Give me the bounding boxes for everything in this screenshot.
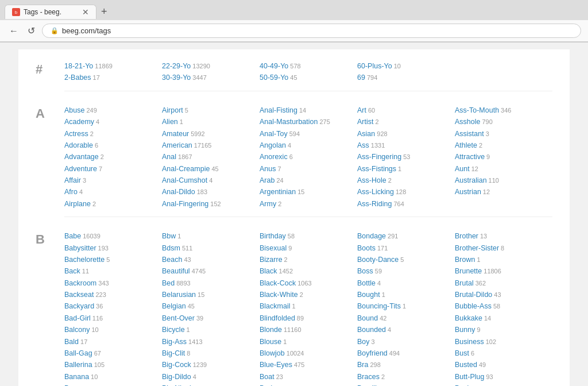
tag-name[interactable]: Army bbox=[260, 199, 276, 210]
tag-name[interactable]: Bald bbox=[64, 337, 79, 348]
tag-name[interactable]: Balcony bbox=[64, 325, 90, 335]
tag-name[interactable]: Anal-Masturbation bbox=[260, 117, 318, 128]
tag-name[interactable]: Big-Nipple bbox=[162, 383, 195, 386]
tag-name[interactable]: Anal-Fisting bbox=[260, 105, 297, 116]
tab-close-button[interactable]: ✕ bbox=[82, 8, 89, 16]
tag-name[interactable]: Adventure bbox=[64, 164, 97, 175]
tag-name[interactable]: Anal-Dildo bbox=[162, 187, 195, 198]
tag-name[interactable]: Blowjob bbox=[260, 348, 285, 359]
tag-name[interactable]: Brunette bbox=[455, 266, 482, 277]
tag-name[interactable]: Anorexic bbox=[260, 152, 288, 163]
tag-name[interactable]: Busted bbox=[455, 360, 477, 370]
url-bar[interactable]: 🔒 beeg.com/tags bbox=[42, 24, 581, 38]
tag-name[interactable]: Ballerina bbox=[64, 360, 92, 370]
tag-name[interactable]: Angolan bbox=[260, 140, 286, 151]
back-button[interactable]: ← bbox=[7, 25, 21, 37]
tag-name[interactable]: Bunny bbox=[455, 325, 475, 335]
tag-name[interactable]: Amateur bbox=[162, 129, 189, 140]
tag-name[interactable]: Blue-Eyes bbox=[260, 360, 292, 370]
tag-name[interactable]: Black-White bbox=[260, 290, 298, 300]
tag-name[interactable]: Bondage bbox=[357, 231, 386, 242]
tag-name[interactable]: Backyard bbox=[64, 301, 94, 312]
tag-name[interactable]: Asshole bbox=[455, 117, 480, 128]
tag-name[interactable]: Advantage bbox=[64, 152, 99, 163]
tag-name[interactable]: Braces bbox=[357, 372, 380, 383]
tag-name[interactable]: Art bbox=[357, 105, 366, 116]
tag-name[interactable]: Athlete bbox=[455, 140, 477, 151]
tag-name[interactable]: Belgian bbox=[162, 301, 186, 312]
tag-name[interactable]: Banana bbox=[64, 372, 89, 383]
tag-name[interactable]: 22-29-Yo bbox=[162, 61, 191, 72]
tag-name[interactable]: Actress bbox=[64, 129, 88, 140]
tag-name[interactable]: Bust bbox=[455, 348, 469, 359]
tag-name[interactable]: Back bbox=[64, 266, 80, 277]
tag-name[interactable]: 50-59-Yo bbox=[260, 72, 288, 83]
tag-name[interactable]: 40-49-Yo bbox=[260, 61, 288, 72]
tag-name[interactable]: Aunt bbox=[455, 164, 470, 175]
tag-name[interactable]: Anal-Cumshot bbox=[162, 175, 207, 186]
tag-name[interactable]: Bouncing-Tits bbox=[357, 301, 401, 312]
tag-name[interactable]: Brutal-Dildo bbox=[455, 290, 492, 300]
new-tab-button[interactable]: + bbox=[96, 3, 112, 20]
tag-name[interactable]: Airplane bbox=[64, 199, 91, 210]
tag-name[interactable]: Big-Clit bbox=[162, 348, 185, 359]
tag-name[interactable]: American bbox=[162, 140, 192, 151]
tag-name[interactable]: Ass bbox=[357, 140, 369, 151]
tag-name[interactable]: Bukkake bbox=[455, 313, 482, 324]
tag-name[interactable]: Backseat bbox=[64, 290, 94, 300]
tag-name[interactable]: Affair bbox=[64, 175, 81, 186]
tag-name[interactable]: Booty-Dance bbox=[357, 254, 399, 265]
tag-name[interactable]: Ass-Licking bbox=[357, 187, 394, 198]
tag-name[interactable]: Blonde bbox=[260, 325, 282, 335]
tag-name[interactable]: Anal-Toy bbox=[260, 129, 288, 140]
tag-name[interactable]: Bra bbox=[357, 360, 368, 370]
tag-name[interactable]: Babe bbox=[64, 231, 81, 242]
tag-name[interactable]: Brown bbox=[455, 254, 475, 265]
tag-name[interactable]: Boat bbox=[260, 372, 274, 383]
tag-name[interactable]: Anal-Fingering bbox=[162, 199, 208, 210]
tag-name[interactable]: Brother bbox=[455, 231, 478, 242]
tag-name[interactable]: Big-Ass bbox=[162, 337, 187, 348]
tag-name[interactable]: Butt-Plug bbox=[455, 372, 484, 383]
tag-name[interactable]: 2-Babes bbox=[64, 72, 91, 83]
tag-name[interactable]: Bad-Girl bbox=[64, 313, 91, 324]
tag-name[interactable]: Academy bbox=[64, 117, 94, 128]
tag-name[interactable]: Ass-Fingering bbox=[357, 152, 401, 163]
tag-name[interactable]: Bed bbox=[162, 278, 175, 289]
tag-name[interactable]: Argentinian bbox=[260, 187, 296, 198]
tag-name[interactable]: Anal bbox=[162, 152, 176, 163]
tag-name[interactable]: Assistant bbox=[455, 129, 484, 140]
tag-name[interactable]: Boss bbox=[357, 266, 373, 277]
tag-name[interactable]: Artist bbox=[357, 117, 373, 128]
tag-name[interactable]: Brutal bbox=[455, 278, 474, 289]
tag-name[interactable]: Blindfolded bbox=[260, 313, 295, 324]
tag-name[interactable]: Bizarre bbox=[260, 254, 283, 265]
tag-name[interactable]: Australian bbox=[455, 175, 487, 186]
tag-name[interactable]: Bisexual bbox=[260, 243, 287, 254]
tag-name[interactable]: Black-Cock bbox=[260, 278, 296, 289]
tag-name[interactable]: Beach bbox=[162, 254, 182, 265]
tag-name[interactable]: Ass-Fistings bbox=[357, 164, 396, 175]
tag-name[interactable]: Bottle bbox=[357, 278, 376, 289]
tag-name[interactable]: Abuse bbox=[64, 105, 84, 116]
tag-name[interactable]: Ball-Gag bbox=[64, 348, 92, 359]
tag-name[interactable]: Ass-Riding bbox=[357, 199, 392, 210]
tag-name[interactable]: Bent-Over bbox=[162, 313, 195, 324]
tag-name[interactable]: Business bbox=[455, 337, 484, 348]
tag-name[interactable]: Alien bbox=[162, 117, 178, 128]
tag-name[interactable]: Belarusian bbox=[162, 290, 196, 300]
tag-name[interactable]: Bounded bbox=[357, 325, 386, 335]
tag-name[interactable]: Bought bbox=[357, 290, 380, 300]
tag-name[interactable]: Boots bbox=[357, 243, 376, 254]
tag-name[interactable]: Airport bbox=[162, 105, 183, 116]
tag-name[interactable]: Backroom bbox=[64, 278, 96, 289]
tag-name[interactable]: Bdsm bbox=[162, 243, 180, 254]
tag-name[interactable]: Boy bbox=[357, 337, 370, 348]
tag-name[interactable]: Black bbox=[260, 266, 277, 277]
tag-name[interactable]: Big-Dildo bbox=[162, 372, 191, 383]
tag-name[interactable]: Bang bbox=[64, 383, 81, 386]
tag-name[interactable]: Afro bbox=[64, 187, 78, 198]
tag-name[interactable]: Adorable bbox=[64, 140, 93, 151]
tag-name[interactable]: Blackmail bbox=[260, 301, 291, 312]
tag-name[interactable]: 69 bbox=[357, 72, 365, 83]
